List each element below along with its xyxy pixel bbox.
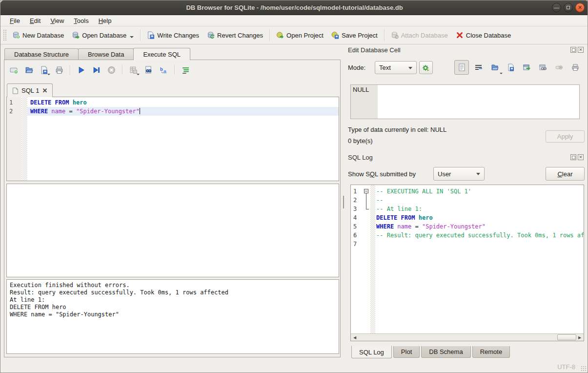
new-sql-tab-button[interactable] <box>9 65 18 74</box>
svg-text:a: a <box>163 68 166 74</box>
dock-close-icon[interactable]: ✕ <box>578 154 584 160</box>
close-database-icon <box>456 31 464 39</box>
maximize-button[interactable] <box>564 3 573 12</box>
import-cell-data-button[interactable] <box>489 62 501 73</box>
mode-value: Text <box>379 64 391 71</box>
encoding-indicator[interactable]: UTF-8 <box>557 363 575 371</box>
editor-margin <box>21 97 27 181</box>
clear-log-button[interactable]: Clear <box>546 167 585 181</box>
set-null-button <box>553 62 565 73</box>
copy-link-button[interactable] <box>537 62 549 73</box>
word-wrap-icon <box>475 63 483 71</box>
menu-view[interactable]: View <box>46 16 68 25</box>
code-line-2: WHERE name = "Spider-Youngster" <box>27 107 339 116</box>
title-bar[interactable]: DB Browser for SQLite - /home/user/code/… <box>0 0 588 15</box>
tab-browse-data[interactable]: Browse Data <box>78 48 134 60</box>
sql-log-view[interactable]: 12 34 56 7 -- EXECUTING ALL IN 'SQL 1' -… <box>350 185 584 341</box>
tab-sql-log[interactable]: SQL Log <box>351 346 392 358</box>
menu-help[interactable]: Help <box>94 16 116 25</box>
attach-database-icon <box>391 31 399 39</box>
log-filter-value: User <box>438 170 451 178</box>
close-button[interactable]: ✕ <box>575 3 585 12</box>
mode-combobox[interactable]: Text <box>375 61 417 74</box>
toolbar-drag-handle[interactable] <box>3 29 7 41</box>
revert-changes-button[interactable]: Revert Changes <box>203 29 267 41</box>
menu-tools[interactable]: Tools <box>69 16 93 25</box>
open-database-button[interactable]: Open Database <box>68 29 138 41</box>
word-wrap-button[interactable] <box>473 62 485 73</box>
revert-changes-icon <box>207 31 215 39</box>
open-project-button[interactable]: Open Project <box>272 29 327 41</box>
print-sql-button[interactable] <box>55 65 63 74</box>
minimize-button[interactable]: — <box>552 3 561 12</box>
tab-database-structure[interactable]: Database Structure <box>4 48 79 60</box>
open-project-label: Open Project <box>286 32 324 39</box>
log-horizontal-scrollbar[interactable]: ◀ ▶ <box>351 333 584 341</box>
scrollbar-thumb[interactable] <box>557 334 576 340</box>
fold-collapse-icon[interactable] <box>364 189 368 193</box>
editor-text-area[interactable]: DELETE FROM hero WHERE name = "Spider-Yo… <box>27 97 339 181</box>
tab-remote[interactable]: Remote <box>472 346 510 358</box>
cell-editor[interactable]: NULL <box>350 84 580 119</box>
gear-icon <box>422 64 430 72</box>
open-database-dropdown-icon[interactable] <box>130 36 134 38</box>
menu-bar: File Edit View Tools Help <box>0 15 588 26</box>
sql-editor-toolbar: b a <box>9 64 190 75</box>
toolbar-separator <box>174 65 175 75</box>
auto-apply-button[interactable] <box>419 61 433 74</box>
sql-code-editor[interactable]: 1 2 DELETE FROM hero WHERE name = "Spide… <box>6 97 339 181</box>
open-in-external-button[interactable] <box>521 62 533 73</box>
log-filter-combobox[interactable]: User <box>433 167 485 181</box>
write-changes-label: Write Changes <box>157 32 199 39</box>
execute-all-button[interactable] <box>77 65 85 74</box>
format-sql-button[interactable] <box>181 65 190 74</box>
dock-float-icon[interactable] <box>570 154 576 160</box>
mode-label: Mode: <box>348 64 365 71</box>
menu-edit[interactable]: Edit <box>25 16 45 25</box>
maximize-icon <box>567 6 570 9</box>
edit-database-cell-dock: Edit Database Cell ✕ Mode: Text <box>345 45 586 151</box>
toolbar-separator <box>122 65 122 75</box>
find-button[interactable] <box>144 65 153 74</box>
main-tab-bar: Database Structure Browse Data Execute S… <box>4 48 190 60</box>
print-cell-button[interactable] <box>569 62 581 73</box>
sql1-tab[interactable]: SQL 1 ✕ <box>7 83 53 97</box>
write-changes-button[interactable]: Write Changes <box>143 29 203 41</box>
log-filter-label: Show SQL submitted by <box>348 170 416 178</box>
save-results-dropdown-icon <box>137 74 140 75</box>
printer-icon <box>571 63 579 71</box>
text-document-icon <box>458 63 466 71</box>
save-file-icon <box>507 63 515 71</box>
save-sql-file-button[interactable] <box>40 65 48 74</box>
attach-database-button: Attach Database <box>387 29 452 41</box>
log-fold-margin <box>363 185 370 334</box>
scroll-left-icon[interactable]: ◀ <box>351 334 359 341</box>
database-new-icon <box>12 31 20 39</box>
tab-db-schema[interactable]: DB Schema <box>421 346 470 358</box>
dock-float-icon[interactable] <box>570 47 576 53</box>
revert-changes-label: Revert Changes <box>217 32 263 39</box>
sql1-tab-close-icon[interactable]: ✕ <box>42 87 47 94</box>
menu-file[interactable]: File <box>5 16 24 25</box>
replace-button[interactable]: b a <box>159 65 168 74</box>
text-mode-toggle[interactable] <box>454 60 469 75</box>
close-database-button[interactable]: Close Database <box>452 29 515 41</box>
tab-plot[interactable]: Plot <box>393 346 420 358</box>
toolbar-separator <box>384 29 385 41</box>
resize-grip[interactable] <box>581 366 587 372</box>
results-grid <box>6 184 339 277</box>
open-sql-file-button[interactable] <box>24 65 33 74</box>
save-project-button[interactable]: Save Project <box>327 29 382 41</box>
svg-text:b: b <box>160 66 163 71</box>
sql-log-dock: SQL Log ✕ Show SQL submitted by User Cle… <box>345 153 586 359</box>
scroll-right-icon[interactable]: ▶ <box>576 334 584 341</box>
log-text-area: -- EXECUTING ALL IN 'SQL 1' -- -- At lin… <box>375 185 584 334</box>
tab-execute-sql[interactable]: Execute SQL <box>133 48 190 60</box>
export-cell-data-button[interactable] <box>505 62 517 73</box>
code-line-1: DELETE FROM hero <box>27 98 339 107</box>
execute-line-button[interactable] <box>92 65 101 74</box>
execute-sql-pane: b a SQL 1 ✕ 1 2 DELETE FROM hero WHERE n… <box>4 60 341 357</box>
new-database-button[interactable]: New Database <box>8 29 68 41</box>
log-dock-title: SQL Log <box>348 154 373 161</box>
dock-close-icon[interactable]: ✕ <box>578 47 584 53</box>
